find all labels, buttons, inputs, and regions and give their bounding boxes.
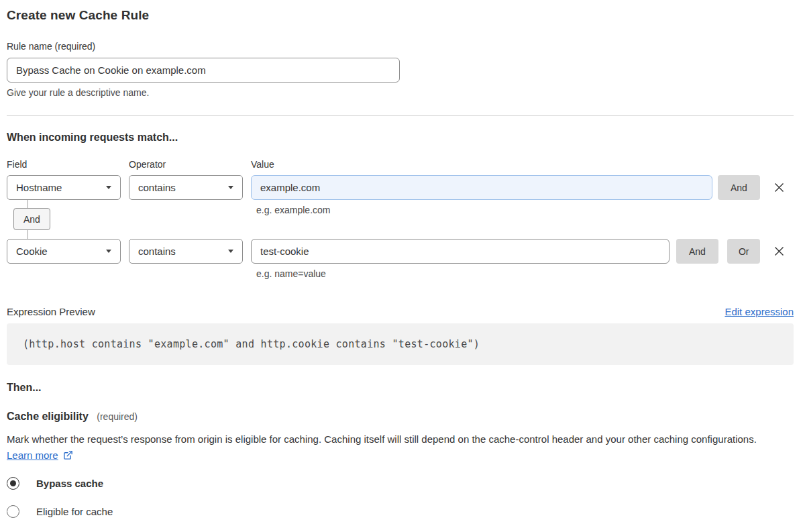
value-input-row1[interactable] [251, 175, 712, 200]
field-select-row2[interactable]: Cookie [7, 239, 121, 264]
close-icon [773, 245, 786, 258]
close-icon [773, 181, 786, 194]
chevron-down-icon [106, 186, 111, 189]
chevron-down-icon [106, 250, 111, 253]
section-divider [7, 115, 794, 116]
value-input-row2[interactable] [251, 239, 669, 264]
condition-row-2: Cookie contains And Or [7, 239, 794, 264]
field-column-label: Field [7, 159, 129, 170]
chevron-down-icon [228, 186, 233, 189]
condition-row-1: Hostname contains And [7, 175, 794, 200]
remove-condition-button-row1[interactable] [771, 180, 787, 195]
eligible-for-cache-radio[interactable] [7, 505, 19, 518]
value-hint-row2: e.g. name=value [256, 268, 794, 279]
required-badge: (required) [97, 411, 138, 422]
expression-preview-header: Expression Preview Edit expression [7, 306, 794, 317]
chevron-down-icon [228, 250, 233, 253]
and-button-row1[interactable]: And [718, 175, 760, 200]
external-link-icon [63, 450, 73, 460]
expression-code: (http.host contains "example.com" and ht… [7, 323, 794, 365]
cache-eligibility-heading: Cache eligibility [7, 411, 89, 422]
field-select-row1-value: Hostname [16, 182, 62, 193]
condition-connector-area: And e.g. example.com [7, 200, 794, 239]
expression-preview-label: Expression Preview [7, 306, 95, 317]
operator-select-row2-value: contains [138, 246, 176, 257]
connector-and-button[interactable]: And [13, 208, 50, 230]
rule-name-label: Rule name (required) [7, 41, 794, 52]
create-cache-rule-form: Create new Cache Rule Rule name (require… [0, 8, 805, 531]
cache-eligibility-header: Cache eligibility (required) [7, 411, 794, 423]
cache-eligibility-description: Mark whether the request’s response from… [7, 431, 782, 464]
bypass-cache-radio[interactable] [7, 477, 19, 490]
eligible-for-cache-label: Eligible for cache [36, 506, 113, 517]
rule-name-input[interactable] [7, 58, 400, 83]
bypass-cache-label: Bypass cache [36, 478, 103, 489]
operator-select-row1[interactable]: contains [129, 175, 243, 200]
then-heading: Then... [7, 382, 794, 394]
learn-more-link[interactable]: Learn more [7, 449, 58, 461]
field-select-row1[interactable]: Hostname [7, 175, 121, 200]
and-button-row2[interactable]: And [676, 239, 718, 264]
rule-name-help: Give your rule a descriptive name. [7, 87, 794, 98]
value-column-label: Value [251, 159, 274, 170]
remove-condition-button-row2[interactable] [771, 244, 787, 259]
bypass-cache-option[interactable]: Bypass cache [7, 477, 794, 490]
condition-column-labels: Field Operator Value [7, 159, 794, 170]
page-title: Create new Cache Rule [7, 8, 794, 23]
operator-select-row1-value: contains [138, 182, 176, 193]
operator-column-label: Operator [129, 159, 251, 170]
cache-eligibility-description-text: Mark whether the request’s response from… [7, 433, 757, 445]
eligible-for-cache-option[interactable]: Eligible for cache [7, 505, 794, 518]
value-hint-row1: e.g. example.com [256, 205, 331, 215]
field-select-row2-value: Cookie [16, 246, 48, 257]
or-button-row2[interactable]: Or [727, 239, 761, 264]
edit-expression-link[interactable]: Edit expression [724, 306, 794, 317]
operator-select-row2[interactable]: contains [129, 239, 243, 264]
radio-dot [10, 480, 16, 486]
match-heading: When incoming requests match... [7, 131, 794, 144]
